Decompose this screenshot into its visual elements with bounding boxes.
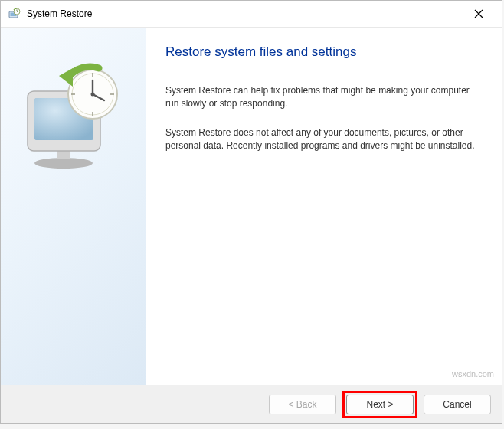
titlebar: System Restore — [1, 1, 502, 28]
intro-paragraph-1: System Restore can help fix problems tha… — [165, 84, 479, 111]
window-title: System Restore — [27, 8, 463, 19]
next-button-highlight: Next > — [342, 391, 417, 418]
svg-point-19 — [91, 93, 95, 97]
svg-rect-7 — [57, 150, 70, 159]
restore-graphic-icon — [16, 62, 131, 177]
watermark-text: wsxdn.com — [452, 369, 494, 378]
back-button: < Back — [269, 395, 336, 414]
next-button[interactable]: Next > — [346, 395, 414, 414]
main-panel: Restore system files and settings System… — [146, 28, 502, 385]
intro-paragraph-2: System Restore does not affect any of yo… — [165, 126, 479, 153]
system-restore-window: System Restore — [0, 0, 502, 424]
close-icon — [474, 9, 483, 18]
page-heading: Restore system files and settings — [165, 44, 479, 60]
sidebar-illustration-panel — [1, 28, 146, 385]
wizard-footer: < Back Next > Cancel — [1, 385, 502, 423]
close-button[interactable] — [463, 2, 494, 25]
svg-point-6 — [34, 158, 93, 169]
svg-marker-20 — [59, 68, 73, 87]
app-icon — [8, 8, 21, 20]
cancel-button[interactable]: Cancel — [424, 395, 491, 414]
content-area: Restore system files and settings System… — [1, 28, 502, 385]
